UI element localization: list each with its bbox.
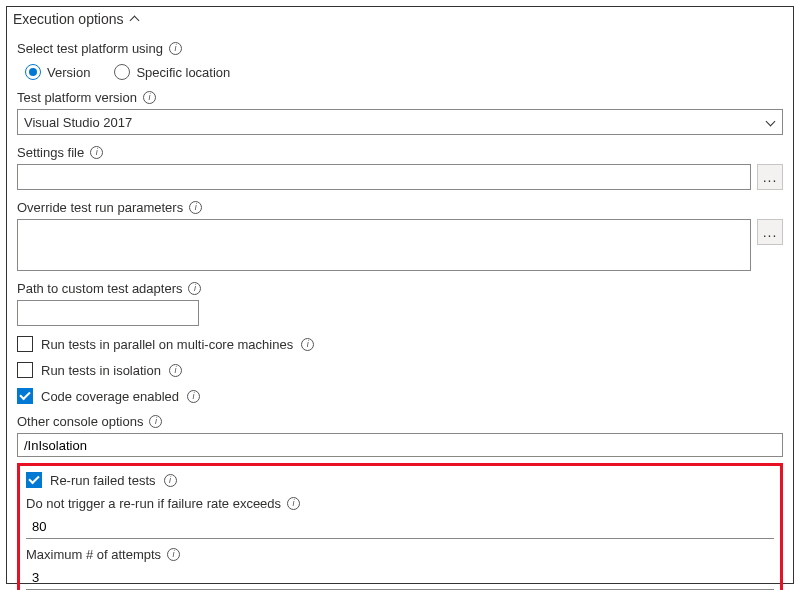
isolation-label: Run tests in isolation [41,363,161,378]
info-icon[interactable]: i [187,390,200,403]
info-icon[interactable]: i [90,146,103,159]
version-value: Visual Studio 2017 [24,115,132,130]
parallel-checkbox-row: Run tests in parallel on multi-core mach… [17,336,783,352]
version-select[interactable]: Visual Studio 2017 [17,109,783,135]
other-console-label: Other console options [17,414,143,429]
radio-icon [114,64,130,80]
version-label: Test platform version [17,90,137,105]
rerun-label: Re-run failed tests [50,473,156,488]
info-icon[interactable]: i [149,415,162,428]
other-console-label-row: Other console options i [17,414,783,429]
other-console-field: Other console options i [17,414,783,457]
parallel-label: Run tests in parallel on multi-core mach… [41,337,293,352]
rerun-highlight-box: Re-run failed tests i Do not trigger a r… [17,463,783,590]
chevron-up-icon [130,14,140,24]
settings-file-label-row: Settings file i [17,145,783,160]
execution-options-panel: Execution options Select test platform u… [6,6,794,584]
platform-label: Select test platform using [17,41,163,56]
version-label-row: Test platform version i [17,90,783,105]
info-icon[interactable]: i [169,364,182,377]
override-params-label: Override test run parameters [17,200,183,215]
other-console-input[interactable] [17,433,783,457]
info-icon[interactable]: i [169,42,182,55]
info-icon[interactable]: i [188,282,201,295]
parallel-checkbox[interactable] [17,336,33,352]
rerun-attempts-input[interactable] [26,566,774,590]
rerun-threshold-label-row: Do not trigger a re-run if failure rate … [26,496,774,511]
chevron-down-icon [766,117,776,127]
custom-adapters-field: Path to custom test adapters i [17,281,783,326]
info-icon[interactable]: i [301,338,314,351]
custom-adapters-label-row: Path to custom test adapters i [17,281,783,296]
override-params-label-row: Override test run parameters i [17,200,783,215]
settings-file-field: Settings file i ... [17,145,783,190]
info-icon[interactable]: i [167,548,180,561]
info-icon[interactable]: i [143,91,156,104]
rerun-threshold-input[interactable] [26,515,774,539]
coverage-checkbox-row: Code coverage enabled i [17,388,783,404]
platform-label-row: Select test platform using i [17,41,783,56]
rerun-attempts-label-row: Maximum # of attempts i [26,547,774,562]
section-title: Execution options [13,11,124,27]
settings-file-browse-button[interactable]: ... [757,164,783,190]
info-icon[interactable]: i [164,474,177,487]
radio-version-label: Version [47,65,90,80]
coverage-checkbox[interactable] [17,388,33,404]
platform-radio-group: Version Specific location [25,64,783,80]
override-params-input[interactable] [17,219,751,271]
version-field: Test platform version i Visual Studio 20… [17,90,783,135]
rerun-checkbox-row: Re-run failed tests i [26,472,774,488]
section-header[interactable]: Execution options [7,7,783,31]
radio-specific-label: Specific location [136,65,230,80]
rerun-threshold-label: Do not trigger a re-run if failure rate … [26,496,281,511]
override-params-more-button[interactable]: ... [757,219,783,245]
coverage-label: Code coverage enabled [41,389,179,404]
override-params-field: Override test run parameters i ... [17,200,783,271]
isolation-checkbox[interactable] [17,362,33,378]
rerun-attempts-label: Maximum # of attempts [26,547,161,562]
custom-adapters-label: Path to custom test adapters [17,281,182,296]
custom-adapters-input[interactable] [17,300,199,326]
isolation-checkbox-row: Run tests in isolation i [17,362,783,378]
platform-selector: Select test platform using i Version Spe… [17,41,783,80]
rerun-checkbox[interactable] [26,472,42,488]
settings-file-input[interactable] [17,164,751,190]
radio-specific-location[interactable]: Specific location [114,64,230,80]
radio-version[interactable]: Version [25,64,90,80]
info-icon[interactable]: i [287,497,300,510]
info-icon[interactable]: i [189,201,202,214]
radio-icon [25,64,41,80]
settings-file-label: Settings file [17,145,84,160]
